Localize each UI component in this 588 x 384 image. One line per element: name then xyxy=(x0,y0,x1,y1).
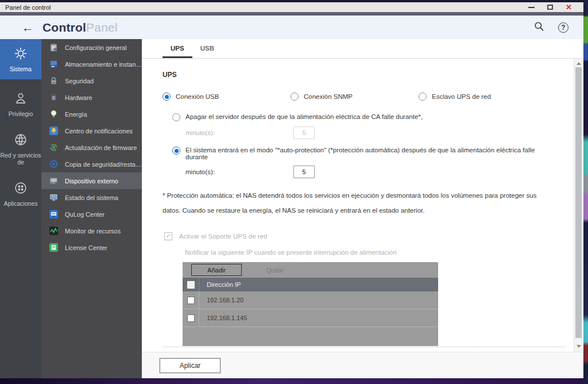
sidebar-item-label: Actualización de firmware xyxy=(65,144,137,151)
window-controls: ✕ xyxy=(528,3,572,11)
row-checkbox[interactable] xyxy=(187,314,195,322)
ip-table-row[interactable]: 192.168.1.145 xyxy=(183,309,438,327)
titlebar: Panel de control ✕ xyxy=(0,2,583,12)
minutes-label: minuto(s): xyxy=(185,129,293,136)
sidebar-item-configuracion-general[interactable]: Configuración general xyxy=(41,39,142,56)
nav-label: Sistema xyxy=(10,66,32,72)
nav-item-red-y-servicios[interactable]: Red y servicios de xyxy=(0,129,41,169)
window-title: Panel de control xyxy=(5,4,51,11)
globe-icon xyxy=(13,132,28,149)
scroll-up-arrow-icon[interactable] xyxy=(577,62,581,65)
select-all-cell xyxy=(183,278,199,291)
nav-label: Red y servicios de xyxy=(0,152,41,166)
clipboard-icon xyxy=(49,43,58,52)
search-icon[interactable] xyxy=(533,21,544,34)
settings-sidebar: Configuración general Almacenamiento e i… xyxy=(41,39,142,378)
row-check-cell xyxy=(183,309,199,327)
apply-button[interactable]: Aplicar xyxy=(160,358,220,373)
autoprotect-minutes-input[interactable] xyxy=(293,166,315,178)
mode-conexion-snmp: Conexión SNMP xyxy=(291,93,419,101)
sidebar-item-energia[interactable]: Energía xyxy=(41,106,142,122)
ip-table-header: Dirección IP xyxy=(183,278,438,291)
radio-conexion-snmp[interactable] xyxy=(291,93,299,101)
nav-label: Privilegio xyxy=(9,110,33,117)
sidebar-item-label: License Center xyxy=(65,244,107,251)
sidebar-item-actualizacion-firmware[interactable]: Actualización de firmware xyxy=(41,139,142,156)
minimize-button[interactable] xyxy=(528,7,535,8)
tab-ups[interactable]: UPS xyxy=(163,39,192,58)
sidebar-item-monitor-recursos[interactable]: Monitor de recursos xyxy=(41,222,142,239)
autoprotect-note: * Protección automática: el NAS detendrá… xyxy=(163,188,547,218)
footer-bar: Aplicar xyxy=(142,352,583,378)
tab-usb[interactable]: USB xyxy=(192,39,222,58)
row-check-cell xyxy=(183,291,199,309)
radio-label: Conexión SNMP xyxy=(304,93,353,100)
autoprotect-minutes-row: minuto(s): xyxy=(163,166,547,178)
radio-shutdown-option[interactable] xyxy=(172,113,180,121)
network-ups-checkbox[interactable]: ✓ xyxy=(164,232,172,240)
sidebar-item-qulog-center[interactable]: QuLog Center xyxy=(41,206,142,222)
shutdown-option: Apagar el servidor después de que la ali… xyxy=(163,113,547,121)
nav-item-privilegio[interactable]: Privilegio xyxy=(0,84,41,124)
ip-table-toolbar: Añadir Quitar xyxy=(183,262,438,278)
scrollbar-thumb[interactable] xyxy=(575,67,582,338)
back-arrow-icon[interactable]: ← xyxy=(22,22,33,33)
sidebar-item-hardware[interactable]: Hardware xyxy=(41,89,142,106)
maximize-button[interactable] xyxy=(547,5,553,10)
sidebar-item-seguridad[interactable]: Seguridad xyxy=(41,72,142,89)
sidebar-item-license-center[interactable]: License Center xyxy=(41,239,142,256)
person-icon xyxy=(13,91,28,108)
scroll-down-arrow-icon[interactable] xyxy=(577,345,581,348)
sidebar-item-label: Almacenamiento e instan… xyxy=(65,61,142,68)
firmware-update-icon xyxy=(49,143,58,152)
ip-value: 192.168.1.20 xyxy=(199,297,243,304)
lock-icon xyxy=(49,76,58,85)
nav-item-aplicaciones[interactable]: Aplicaciones xyxy=(0,174,41,214)
app-header: ← ControlPanel ? xyxy=(0,16,583,39)
vertical-scrollbar[interactable] xyxy=(574,59,583,352)
close-button[interactable]: ✕ xyxy=(566,3,572,11)
shutdown-minutes-input[interactable] xyxy=(293,126,315,139)
external-device-icon xyxy=(49,176,58,185)
shutdown-option-label: Apagar el servidor después de que la ali… xyxy=(185,113,423,120)
radio-autoprotect-option[interactable] xyxy=(172,147,180,155)
radio-conexion-usb[interactable] xyxy=(163,93,171,101)
ip-table-row[interactable]: 192.168.1.20 xyxy=(183,291,438,309)
qulog-icon xyxy=(49,210,58,218)
mode-conexion-usb: Conexión USB xyxy=(163,93,291,101)
category-rail: Sistema Privilegio Red y servicios de xyxy=(0,39,41,378)
add-ip-button[interactable]: Añadir xyxy=(191,264,242,276)
resource-monitor-icon xyxy=(49,226,58,235)
sidebar-item-label: Copia de seguridad/resta… xyxy=(65,161,142,168)
sidebar-item-label: QuLog Center xyxy=(65,211,105,218)
sidebar-item-almacenamiento[interactable]: Almacenamiento e instan… xyxy=(41,56,142,72)
settings-scroll-area: UPS Conexión USB Conexión SNMP Escla xyxy=(142,59,583,352)
mode-esclavo-ups: Esclavo UPS de red xyxy=(419,93,547,101)
gear-icon xyxy=(13,46,28,63)
window-bottom-border xyxy=(0,378,583,384)
section-title: UPS xyxy=(163,71,547,79)
desktop-wallpaper-strip xyxy=(583,0,588,384)
radio-label: Conexión USB xyxy=(176,93,219,100)
sidebar-item-copia-seguridad[interactable]: Copia de seguridad/resta… xyxy=(41,156,142,172)
minutes-label: minuto(s): xyxy=(185,168,293,175)
nav-item-sistema[interactable]: Sistema xyxy=(0,39,41,79)
network-ups-checkbox-row: ✓ Activar el Soporte UPS de red xyxy=(163,232,547,240)
autoprotect-option: El sistema entrará en el modo "*auto-pro… xyxy=(163,147,547,160)
sidebar-item-label: Monitor de recursos xyxy=(65,228,121,235)
sidebar-item-dispositivo-externo[interactable]: Dispositivo externo xyxy=(41,172,142,189)
screen: Panel de control ✕ ← ControlPanel ? xyxy=(0,0,588,384)
nav-label: Aplicaciones xyxy=(4,200,38,207)
sidebar-item-label: Seguridad xyxy=(65,78,94,85)
remove-ip-button[interactable]: Quitar xyxy=(250,264,299,276)
radio-esclavo-ups[interactable] xyxy=(419,93,427,101)
sidebar-item-label: Hardware xyxy=(65,94,92,101)
row-checkbox[interactable] xyxy=(187,297,195,304)
sidebar-item-centro-notificaciones[interactable]: Centro de notificaciones xyxy=(41,122,142,139)
sidebar-item-label: Dispositivo externo xyxy=(65,178,118,185)
network-ups-checkbox-label: Activar el Soporte UPS de red xyxy=(179,233,267,240)
sidebar-item-estado-sistema[interactable]: Estado del sistema xyxy=(41,189,142,206)
select-all-checkbox[interactable] xyxy=(187,281,195,289)
help-icon[interactable]: ? xyxy=(558,22,568,33)
section-divider xyxy=(163,347,566,347)
